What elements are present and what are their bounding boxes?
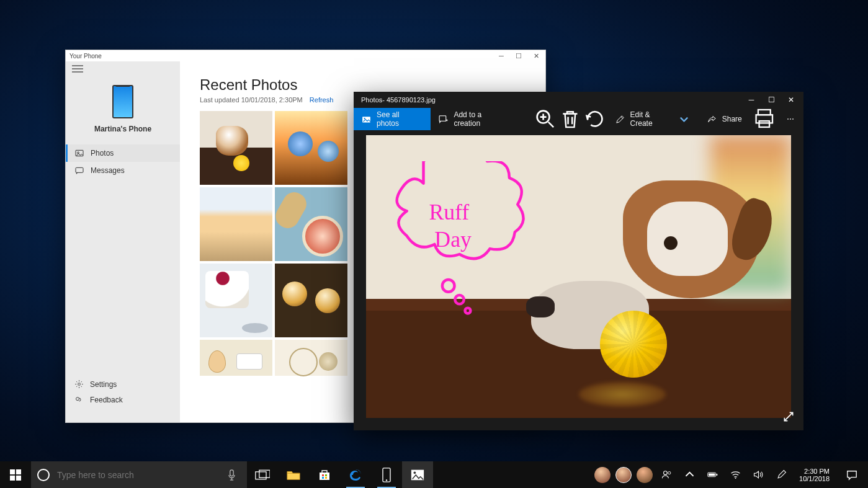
close-button[interactable]: ✕ [781,92,801,108]
photo-thumbnail[interactable] [275,264,347,337]
photo-thumbnail[interactable] [275,340,347,376]
print-button[interactable] [752,107,777,131]
last-updated-value: 10/01/2018, 2:30PM [241,96,303,104]
last-updated-label: Last updated [200,96,239,104]
photos-toolbar: See all photos Add to a creation Edit & … [354,108,803,130]
svg-point-4 [76,397,79,401]
svg-rect-15 [10,469,15,474]
svg-point-12 [442,280,455,292]
print-icon [752,107,777,131]
people-avatar[interactable] [637,467,653,483]
search-input[interactable] [56,469,216,481]
start-button[interactable] [0,461,31,488]
photo-thumbnail[interactable] [200,264,272,337]
expand-icon [782,410,795,423]
maximize-button[interactable]: ☐ [761,92,781,108]
window-photos: Photos- 4567890123.jpg ─ ☐ ✕ See all pho… [354,92,803,430]
more-button[interactable]: ⋯ [779,115,803,123]
your-phone-button[interactable] [371,461,402,488]
minimize-button[interactable]: ─ [741,92,761,108]
microsoft-store-button[interactable] [309,461,340,488]
sidebar-item-label: Feedback [90,396,123,404]
speaker-icon [753,469,764,480]
cortana-icon [37,469,50,481]
rotate-button[interactable] [583,107,607,131]
svg-rect-2 [76,167,83,172]
photo-thumbnail[interactable] [200,340,272,376]
refresh-link[interactable]: Refresh [310,96,334,104]
share-button[interactable]: Share [699,108,749,130]
clock-button[interactable]: 2:30 PM 10/1/2018 [795,468,833,482]
microphone-icon[interactable] [222,469,241,481]
svg-rect-21 [259,470,270,477]
fullscreen-button[interactable] [782,410,795,423]
photo-image: Ruff Day [366,135,791,418]
edit-icon [615,114,625,125]
messages-icon [74,166,84,175]
photo-thumbnail[interactable] [275,111,347,185]
task-view-icon [255,468,270,482]
wifi-button[interactable] [727,469,745,480]
svg-point-13 [455,295,463,304]
people-avatar[interactable] [594,467,611,483]
minimize-button[interactable]: ─ [496,52,507,60]
task-view-button[interactable] [247,461,278,488]
ink-workspace-button[interactable] [772,469,790,480]
edge-icon [348,468,363,482]
svg-rect-22 [322,474,324,476]
tray-overflow-button[interactable] [681,469,699,480]
svg-rect-7 [440,115,447,121]
hamburger-icon[interactable] [72,65,83,73]
close-button[interactable]: ✕ [530,52,542,60]
photo-thumbnail[interactable] [200,187,272,261]
add-to-creation-button[interactable]: Add to a creation [431,108,517,130]
sidebar-item-settings[interactable]: Settings [66,376,180,392]
maximize-button[interactable]: ☐ [513,52,524,60]
battery-button[interactable] [704,469,722,480]
volume-button[interactable] [749,469,767,480]
sidebar-item-photos[interactable]: Photos [66,144,180,162]
ink-text-line1: Ruff [429,200,469,224]
svg-point-14 [465,308,470,314]
sidebar-item-feedback[interactable]: Feedback [66,392,180,407]
svg-rect-9 [758,110,771,115]
photo-thumbnail[interactable] [275,187,347,261]
search-box[interactable] [31,461,247,488]
delete-button[interactable] [558,107,583,131]
yourphone-titlebar[interactable]: Your Phone ─ ☐ ✕ [66,50,545,61]
see-all-photos-button[interactable]: See all photos [354,108,431,130]
phone-name: Martina's Phone [66,125,180,133]
edit-create-button[interactable]: Edit & Create [607,108,697,130]
add-creation-icon [438,114,449,125]
sidebar-item-messages[interactable]: Messages [66,162,180,179]
zoom-icon [533,107,558,131]
edge-button[interactable] [340,461,371,488]
photos-app-button[interactable] [402,461,433,488]
wifi-icon [730,469,741,480]
ink-annotation: Ruff Day [385,161,540,316]
file-explorer-button[interactable] [278,461,309,488]
add-to-creation-label: Add to a creation [454,110,509,128]
pen-icon [776,469,787,480]
edit-create-label: Edit & Create [630,110,674,128]
people-button[interactable] [658,469,676,480]
zoom-button[interactable] [533,107,558,131]
svg-point-3 [78,383,81,386]
gear-icon [74,379,84,389]
yourphone-title: Your Phone [69,53,102,60]
photo-stage[interactable]: Ruff Day [354,130,803,430]
store-icon [317,468,332,482]
taskbar: 2:30 PM 10/1/2018 [0,461,868,488]
svg-point-6 [364,117,365,118]
windows-icon [10,469,21,481]
photo-thumbnail[interactable] [200,111,272,185]
sidebar-item-label: Photos [91,149,114,157]
chevron-down-icon [679,114,689,125]
notification-icon [846,469,858,481]
svg-point-30 [664,471,668,475]
photos-titlebar[interactable]: Photos- 4567890123.jpg ─ ☐ ✕ [354,92,803,108]
people-avatar[interactable] [615,467,632,483]
phone-illustration-icon [112,85,133,118]
action-center-button[interactable] [838,469,866,481]
svg-point-35 [735,477,736,479]
